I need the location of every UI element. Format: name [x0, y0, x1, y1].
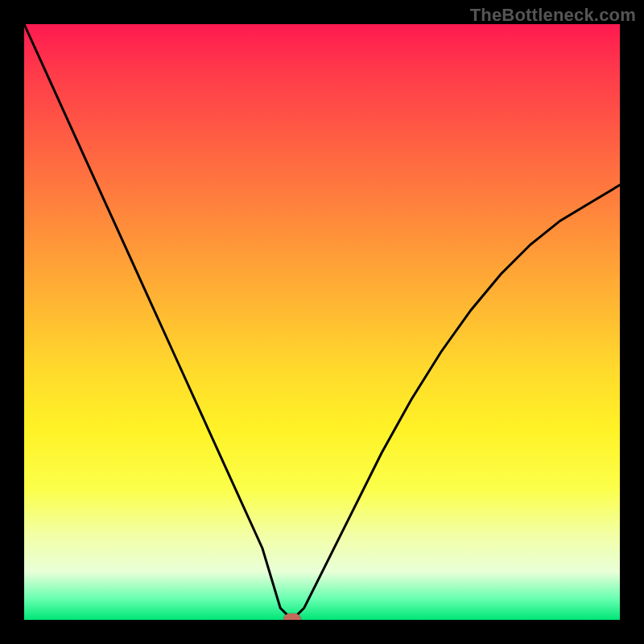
bottleneck-curve-path [24, 24, 620, 620]
plot-area [24, 24, 620, 620]
chart-frame: TheBottleneck.com [0, 0, 644, 644]
optimal-marker [283, 613, 301, 620]
watermark-text: TheBottleneck.com [470, 5, 636, 26]
curve-svg [24, 24, 620, 620]
